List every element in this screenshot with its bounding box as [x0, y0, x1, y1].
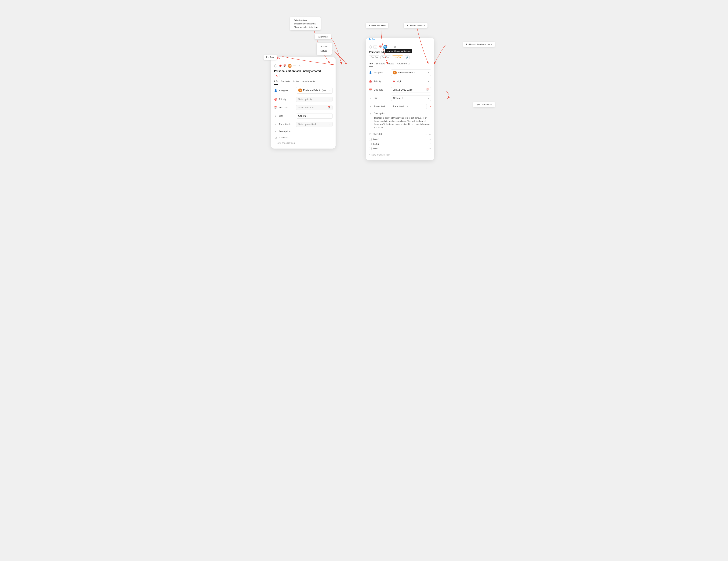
assignee-select[interactable]: EK Ekaterina Kalento (Me) ▾ — [296, 87, 333, 94]
right-parent-task-field: ≡ Parent task Parent task ↗ × — [366, 102, 434, 111]
scheduled-callout: Scheduled Indicator — [404, 23, 428, 28]
right-priority-icon: 🎯 — [369, 80, 372, 83]
scheduled-label: Scheduled Indicator — [406, 24, 425, 27]
priority-placeholder: Select priority — [298, 98, 312, 101]
tab-info-right[interactable]: Info — [369, 61, 373, 67]
assignee-icon: 👤 — [274, 89, 277, 92]
tab-info-left[interactable]: Info — [274, 79, 278, 85]
parent-task-select[interactable]: Select parent task ▾ — [296, 122, 333, 127]
delete-parent-icon[interactable]: × — [429, 105, 431, 108]
priority-label: Priority — [279, 98, 294, 101]
scheduled-calendar-icon[interactable]: 📅 — [379, 45, 382, 48]
archive-delete-callout: Archive Delete — [317, 43, 332, 55]
more-dots-icon[interactable]: ••• — [293, 64, 296, 67]
right-assignee-select[interactable]: AG Anastasia Gurina ▾ — [391, 69, 431, 76]
right-status-circle[interactable] — [369, 45, 372, 49]
right-priority-field: 🎯 Priority High ▾ — [366, 77, 434, 86]
right-assignee-chevron: ▾ — [428, 72, 429, 74]
right-priority-label: Priority — [374, 80, 389, 83]
tab-attachments-right[interactable]: Attachments — [397, 61, 410, 67]
avatar[interactable]: EK — [288, 64, 292, 68]
description-icon: ≡ — [274, 130, 277, 133]
checkbox-1[interactable] — [369, 138, 372, 141]
checklist-item-more-3[interactable]: ••• — [429, 147, 431, 150]
left-parent-task-field: ≡ Parent task Select parent task ▾ — [271, 120, 336, 129]
parent-task-chevron: ▾ — [329, 123, 330, 125]
right-description-section: ≡ Description This task is about all thi… — [366, 111, 434, 131]
calendar-icon[interactable]: 📅 — [283, 64, 286, 67]
right-parent-task-label: Parent task — [374, 105, 389, 108]
right-priority-value: High — [397, 80, 402, 83]
checklist-item-more-2[interactable]: ••• — [429, 143, 431, 145]
right-parent-task-icon: ≡ — [369, 105, 372, 108]
left-modal-tabs: Info Subtasks Notes Attachments — [271, 79, 336, 85]
tag-link[interactable]: 🔗 — [404, 56, 410, 59]
calendar-icon-field: 📅 — [328, 106, 330, 109]
open-parent-label: Open Parent task — [476, 104, 492, 106]
add-icon: + — [274, 142, 275, 144]
right-more-dots-icon[interactable]: ••• — [389, 45, 391, 49]
right-new-checklist-item[interactable]: + New checklist item — [366, 152, 434, 157]
tab-subtasks-left[interactable]: Subtasks — [281, 79, 290, 85]
list-value: General — [298, 115, 306, 117]
right-assignee-icon: 👤 — [369, 71, 372, 74]
checklist-label: Checklist — [279, 136, 294, 139]
checklist-collapse-icon[interactable]: ▲ — [429, 133, 431, 136]
tab-attachments-left[interactable]: Attachments — [302, 79, 315, 85]
right-due-date-value-field[interactable]: Jun 12, 2022 23:59 📅 — [391, 87, 431, 93]
right-calendar-icon: 📅 — [426, 89, 429, 91]
right-list-info: General ℹ — [393, 97, 427, 100]
left-assignee-field: 👤 Assignee EK Ekaterina Kalento (Me) ▾ — [271, 86, 336, 95]
priority-select[interactable]: Select priority ▾ — [296, 97, 333, 102]
priority-icon: 🎯 — [274, 98, 277, 101]
right-priority-chevron: ▾ — [428, 81, 429, 83]
tab-notes-left[interactable]: Notes — [293, 79, 299, 85]
due-date-select[interactable]: Select due date 📅 — [296, 105, 333, 110]
priority-indicator — [393, 81, 395, 82]
checklist-label-3: Item 3 — [373, 147, 427, 150]
checklist-label-2: Item 2 — [373, 143, 427, 145]
description-label: Description — [279, 130, 294, 133]
checklist-icon: ☑ — [274, 136, 277, 139]
right-assignee-field: 👤 Assignee AG Anastasia Gurina ▾ — [366, 68, 434, 77]
checklist-header: ☑ Checklist ••• ▲ — [369, 133, 431, 136]
close-button[interactable]: ✕ — [297, 64, 301, 68]
right-list-info-icon: ℹ — [402, 97, 403, 100]
checkbox-3[interactable] — [369, 147, 372, 150]
checklist-item-more-1[interactable]: ••• — [429, 138, 431, 141]
checkbox-2[interactable] — [369, 143, 372, 145]
page-container: Schedule task Select color on calendar S… — [8, 8, 720, 160]
right-list-select[interactable]: General ℹ ▾ — [391, 96, 431, 101]
open-parent-callout: Open Parent task — [473, 102, 495, 107]
open-parent-icon[interactable]: ↗ — [406, 105, 408, 108]
parent-task-icon: ≡ — [274, 123, 277, 126]
subtask-label: Subtask Indication — [369, 24, 386, 27]
parent-task-placeholder: Select parent task — [298, 123, 316, 126]
tab-notes-right[interactable]: Notes — [388, 61, 394, 67]
due-date-label: Due date — [279, 106, 294, 109]
tooltip-label: Tooltip with the Owner name — [466, 43, 492, 45]
right-close-button[interactable]: ✕ — [393, 45, 397, 49]
tab-subtasks-right[interactable]: Subtasks — [376, 61, 385, 67]
tag-2[interactable]: Test Tag — [380, 56, 391, 59]
tag-1[interactable]: Test Tag — [369, 56, 379, 59]
right-parent-task-value-field[interactable]: Parent task ↗ — [391, 104, 427, 109]
task-owner-callout: Task Owner — [315, 34, 331, 39]
assignee-name: Ekaterina Kalento (Me) — [303, 89, 326, 92]
left-due-date-field: 📅 Due date Select due date 📅 — [271, 104, 336, 112]
list-select[interactable]: General ℹ ▾ — [296, 113, 333, 119]
right-due-date-label: Due date — [374, 89, 389, 91]
right-new-item-label: New checklist item — [371, 154, 390, 156]
subtask-icon: ↙ — [373, 45, 377, 49]
checklist-more-icon[interactable]: ••• — [424, 133, 427, 136]
new-checklist-item[interactable]: + New checklist item — [271, 141, 336, 146]
status-circle[interactable] — [274, 64, 277, 67]
assignee-chevron: ▾ — [329, 89, 330, 92]
task-owner-label: Task Owner — [317, 36, 328, 38]
tag-3[interactable]: User Tag — [392, 56, 403, 59]
pin-icon[interactable]: 📌 — [279, 64, 282, 67]
list-info: General ℹ — [298, 115, 328, 117]
bookmark-icon[interactable]: 🔖 — [274, 74, 279, 77]
parent-task-label: Parent task — [279, 123, 294, 126]
right-priority-select[interactable]: High ▾ — [391, 79, 431, 84]
